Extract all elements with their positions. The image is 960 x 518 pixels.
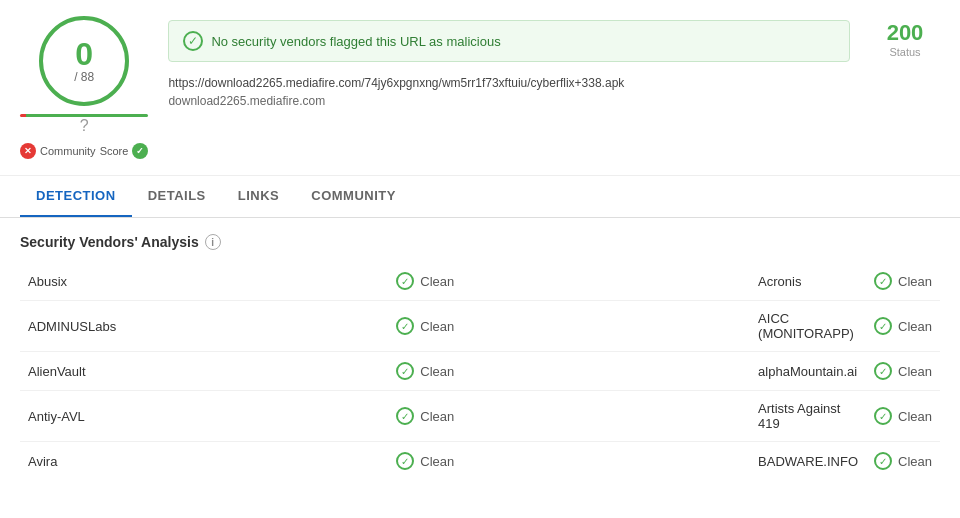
table-row: ADMINUSLabs ✓ Clean AICC (MONITORAPP) ✓ … bbox=[20, 301, 940, 352]
vendor-status-right: ✓ Clean bbox=[866, 262, 940, 301]
vendor-status-left: ✓ Clean bbox=[388, 301, 750, 352]
score-bar-container bbox=[20, 114, 148, 117]
clean-label-right: Clean bbox=[898, 319, 932, 334]
community-label: Community bbox=[40, 145, 96, 157]
vendor-name-right: Acronis bbox=[750, 262, 866, 301]
vendor-status-right: ✓ Clean bbox=[866, 391, 940, 442]
clean-icon-right: ✓ bbox=[874, 407, 892, 425]
clean-label-left: Clean bbox=[420, 319, 454, 334]
clean-icon-right: ✓ bbox=[874, 452, 892, 470]
tabs-bar: DETECTION DETAILS LINKS COMMUNITY bbox=[0, 176, 960, 218]
table-row: Abusix ✓ Clean Acronis ✓ Clean bbox=[20, 262, 940, 301]
clean-label-right: Clean bbox=[898, 409, 932, 424]
table-row: Avira ✓ Clean BADWARE.INFO ✓ Clean bbox=[20, 442, 940, 481]
community-score: ✕ Community Score ✓ bbox=[20, 143, 148, 159]
vendor-status-left: ✓ Clean bbox=[388, 352, 750, 391]
clean-icon-right: ✓ bbox=[874, 272, 892, 290]
shield-check-icon: ✓ bbox=[183, 31, 203, 51]
score-number: 0 bbox=[75, 38, 93, 70]
status-label: Status bbox=[870, 46, 940, 58]
vendor-name-left: AlienVault bbox=[20, 352, 388, 391]
tab-links[interactable]: LINKS bbox=[222, 176, 296, 217]
info-icon[interactable]: i bbox=[205, 234, 221, 250]
section-header: Security Vendors' Analysis i bbox=[20, 234, 940, 250]
section-title: Security Vendors' Analysis bbox=[20, 234, 199, 250]
vendor-table: Abusix ✓ Clean Acronis ✓ Clean ADMINUSLa… bbox=[20, 262, 940, 480]
vendor-name-left: ADMINUSLabs bbox=[20, 301, 388, 352]
vendor-status-left: ✓ Clean bbox=[388, 391, 750, 442]
vendor-name-left: Avira bbox=[20, 442, 388, 481]
score-label: Score bbox=[100, 145, 129, 157]
no-threat-text: No security vendors flagged this URL as … bbox=[211, 34, 500, 49]
tab-detection[interactable]: DETECTION bbox=[20, 176, 132, 217]
clean-icon-left: ✓ bbox=[396, 407, 414, 425]
vendor-status-right: ✓ Clean bbox=[866, 442, 940, 481]
table-row: Antiy-AVL ✓ Clean Artists Against 419 ✓ … bbox=[20, 391, 940, 442]
vendor-name-left: Antiy-AVL bbox=[20, 391, 388, 442]
status-box: 200 Status bbox=[870, 16, 940, 58]
vendor-status-left: ✓ Clean bbox=[388, 262, 750, 301]
vendor-name-right: BADWARE.INFO bbox=[750, 442, 866, 481]
info-section: ✓ No security vendors flagged this URL a… bbox=[168, 16, 850, 108]
url-text: https://download2265.mediafire.com/74jy6… bbox=[168, 76, 850, 90]
question-icon: ? bbox=[80, 117, 89, 135]
clean-label-right: Clean bbox=[898, 274, 932, 289]
clean-icon-left: ✓ bbox=[396, 452, 414, 470]
domain-text: download2265.mediafire.com bbox=[168, 94, 850, 108]
clean-label-left: Clean bbox=[420, 454, 454, 469]
check-icon: ✓ bbox=[132, 143, 148, 159]
clean-icon-left: ✓ bbox=[396, 317, 414, 335]
clean-label-right: Clean bbox=[898, 364, 932, 379]
table-row: AlienVault ✓ Clean alphaMountain.ai ✓ Cl… bbox=[20, 352, 940, 391]
score-total: / 88 bbox=[74, 70, 94, 84]
status-code: 200 bbox=[870, 20, 940, 46]
score-bar bbox=[20, 114, 148, 117]
vendors-section: Security Vendors' Analysis i Abusix ✓ Cl… bbox=[0, 218, 960, 480]
no-threat-banner: ✓ No security vendors flagged this URL a… bbox=[168, 20, 850, 62]
vendor-name-right: Artists Against 419 bbox=[750, 391, 866, 442]
score-container: 0 / 88 ? ✕ Community Score ✓ bbox=[20, 16, 148, 159]
clean-label-left: Clean bbox=[420, 274, 454, 289]
vendor-status-left: ✓ Clean bbox=[388, 442, 750, 481]
x-icon: ✕ bbox=[20, 143, 36, 159]
vendor-name-right: alphaMountain.ai bbox=[750, 352, 866, 391]
clean-label-left: Clean bbox=[420, 364, 454, 379]
tab-community[interactable]: COMMUNITY bbox=[295, 176, 412, 217]
score-circle: 0 / 88 bbox=[39, 16, 129, 106]
tab-details[interactable]: DETAILS bbox=[132, 176, 222, 217]
clean-icon-left: ✓ bbox=[396, 272, 414, 290]
vendor-status-right: ✓ Clean bbox=[866, 352, 940, 391]
clean-icon-left: ✓ bbox=[396, 362, 414, 380]
vendor-status-right: ✓ Clean bbox=[866, 301, 940, 352]
clean-label-left: Clean bbox=[420, 409, 454, 424]
vendor-name-right: AICC (MONITORAPP) bbox=[750, 301, 866, 352]
clean-icon-right: ✓ bbox=[874, 317, 892, 335]
clean-icon-right: ✓ bbox=[874, 362, 892, 380]
top-section: 0 / 88 ? ✕ Community Score ✓ ✓ No securi… bbox=[0, 0, 960, 176]
clean-label-right: Clean bbox=[898, 454, 932, 469]
vendor-name-left: Abusix bbox=[20, 262, 388, 301]
